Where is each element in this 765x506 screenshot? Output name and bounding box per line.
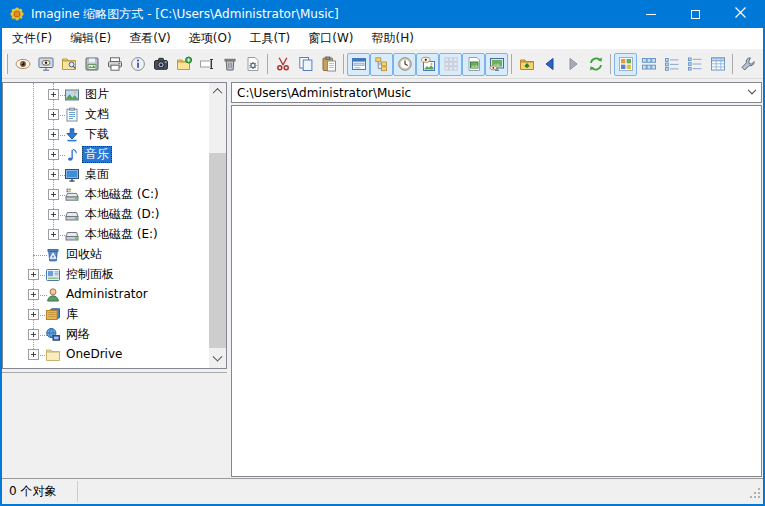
address-bar[interactable]: C:\Users\Administrator\Music xyxy=(231,82,762,103)
desktop-icon xyxy=(64,167,80,183)
copy-button[interactable] xyxy=(294,53,317,76)
menu-view[interactable]: 查看(V) xyxy=(120,28,180,49)
maximize-button[interactable] xyxy=(673,0,718,28)
address-path[interactable]: C:\Users\Administrator\Music xyxy=(232,86,743,100)
tree-item-pictures[interactable]: 图片 xyxy=(3,85,209,105)
tree-item-label[interactable]: OneDrive xyxy=(63,346,125,363)
tree-scrollbar[interactable] xyxy=(209,83,226,368)
scrollbar-track[interactable] xyxy=(209,100,226,351)
menu-help[interactable]: 帮助(H) xyxy=(363,28,423,49)
view-image-eye-button[interactable] xyxy=(11,53,34,76)
close-button[interactable] xyxy=(718,0,763,28)
folder-tree-toggle-button[interactable] xyxy=(370,53,393,76)
expand-plus-icon[interactable] xyxy=(28,289,39,300)
tree-item-label[interactable]: 本地磁盘 (E:) xyxy=(82,226,161,243)
batch-convert-gear-button[interactable] xyxy=(241,53,264,76)
image-pane-toggle-icon xyxy=(466,56,482,72)
view-image-eye-icon xyxy=(15,56,31,72)
resize-grip-icon[interactable] xyxy=(749,487,762,503)
title-bar[interactable]: Imagine 缩略图方式 - [C:\Users\Administrator\… xyxy=(2,0,763,28)
view-details-button[interactable] xyxy=(706,53,729,76)
scroll-down-button[interactable] xyxy=(209,351,226,368)
paste-clipboard-button[interactable] xyxy=(317,53,340,76)
tree-item-recycle-bin[interactable]: 回收站 xyxy=(3,245,209,265)
image-pane-toggle-button[interactable] xyxy=(462,53,485,76)
forward-arrow-button[interactable] xyxy=(561,53,584,76)
tree-item-label[interactable]: 本地磁盘 (D:) xyxy=(82,206,162,223)
expand-plus-icon[interactable] xyxy=(48,189,59,200)
tree-item-drive-e[interactable]: 本地磁盘 (E:) xyxy=(3,225,209,245)
tree-item-label[interactable]: 图片 xyxy=(82,86,112,103)
tree-item-label[interactable]: 桌面 xyxy=(82,166,112,183)
tree-item-drive-c[interactable]: 本地磁盘 (C:) xyxy=(3,185,209,205)
expand-plus-icon[interactable] xyxy=(28,269,39,280)
tree-item-label[interactable]: 回收站 xyxy=(63,246,105,263)
view-list-button[interactable] xyxy=(683,53,706,76)
tree-item-label[interactable]: 下载 xyxy=(82,126,112,143)
tree-item-onedrive[interactable]: OneDrive xyxy=(3,345,209,365)
expand-plus-icon[interactable] xyxy=(48,109,59,120)
view-large-buttons-icon[interactable] xyxy=(637,53,660,76)
capture-camera-button[interactable] xyxy=(149,53,172,76)
rename-button[interactable] xyxy=(195,53,218,76)
tree-item-label[interactable]: Administrator xyxy=(63,286,151,303)
minimize-button[interactable] xyxy=(628,0,673,28)
tree-item-label[interactable]: 控制面板 xyxy=(63,266,117,283)
view-small-buttons-icon[interactable] xyxy=(660,53,683,76)
save-image-button[interactable] xyxy=(80,53,103,76)
refresh-icon xyxy=(588,56,604,72)
preview-eye-toggle-button[interactable] xyxy=(416,53,439,76)
history-clock-toggle-button[interactable] xyxy=(393,53,416,76)
tree-item-label[interactable]: 库 xyxy=(63,306,81,323)
print-button[interactable] xyxy=(103,53,126,76)
back-arrow-button[interactable] xyxy=(538,53,561,76)
tree-item-music[interactable]: 音乐 xyxy=(3,145,209,165)
tree-item-drive-d[interactable]: 本地磁盘 (D:) xyxy=(3,205,209,225)
expand-plus-icon[interactable] xyxy=(48,89,59,100)
address-dropdown-button[interactable] xyxy=(743,90,761,96)
menu-options[interactable]: 选项(O) xyxy=(180,28,241,49)
toolbar-grip[interactable] xyxy=(5,54,8,74)
tree-item-control-panel[interactable]: 控制面板 xyxy=(3,265,209,285)
app-logo-flower-icon xyxy=(9,6,25,22)
tree-item-network[interactable]: 网络 xyxy=(3,325,209,345)
cut-scissors-button[interactable] xyxy=(271,53,294,76)
file-list-area[interactable] xyxy=(231,105,762,477)
expand-plus-icon[interactable] xyxy=(48,129,59,140)
expand-plus-icon[interactable] xyxy=(48,149,59,160)
expand-plus-icon[interactable] xyxy=(48,229,59,240)
tree-item-label[interactable]: 网络 xyxy=(63,326,93,343)
scroll-up-button[interactable] xyxy=(209,83,226,100)
tree-item-downloads[interactable]: 下载 xyxy=(3,125,209,145)
expand-plus-icon[interactable] xyxy=(48,209,59,220)
viewer-pane-toggle-button[interactable] xyxy=(485,53,508,76)
thumbnail-pane-toggle-button[interactable] xyxy=(439,53,462,76)
new-folder-button[interactable] xyxy=(172,53,195,76)
menu-window[interactable]: 窗口(W) xyxy=(299,28,362,49)
scrollbar-thumb[interactable] xyxy=(209,153,226,348)
expand-plus-icon[interactable] xyxy=(28,309,39,320)
tree-item-label[interactable]: 本地磁盘 (C:) xyxy=(82,186,162,203)
tree-item-libraries[interactable]: 库 xyxy=(3,305,209,325)
menu-tools[interactable]: 工具(T) xyxy=(241,28,300,49)
settings-wrench-button[interactable] xyxy=(736,53,759,76)
address-bar-toggle-button[interactable] xyxy=(347,53,370,76)
tree-item-desktop[interactable]: 桌面 xyxy=(3,165,209,185)
main-area: 图片文档下载音乐桌面本地磁盘 (C:)本地磁盘 (D:)本地磁盘 (E:)回收站… xyxy=(2,79,763,478)
expand-plus-icon[interactable] xyxy=(28,349,39,360)
tree-item-label[interactable]: 音乐 xyxy=(82,146,112,163)
fullscreen-view-button[interactable] xyxy=(34,53,57,76)
expand-plus-icon[interactable] xyxy=(28,329,39,340)
up-folder-button[interactable] xyxy=(515,53,538,76)
expand-plus-icon[interactable] xyxy=(48,169,59,180)
refresh-button[interactable] xyxy=(584,53,607,76)
tree-item-label[interactable]: 文档 xyxy=(82,106,112,123)
open-folder-button[interactable] xyxy=(57,53,80,76)
menu-file[interactable]: 文件(F) xyxy=(3,28,61,49)
view-thumbnails-button[interactable] xyxy=(614,53,637,76)
tree-item-documents[interactable]: 文档 xyxy=(3,105,209,125)
info-button[interactable] xyxy=(126,53,149,76)
tree-item-administrator[interactable]: Administrator xyxy=(3,285,209,305)
delete-trash-button[interactable] xyxy=(218,53,241,76)
menu-edit[interactable]: 编辑(E) xyxy=(61,28,120,49)
